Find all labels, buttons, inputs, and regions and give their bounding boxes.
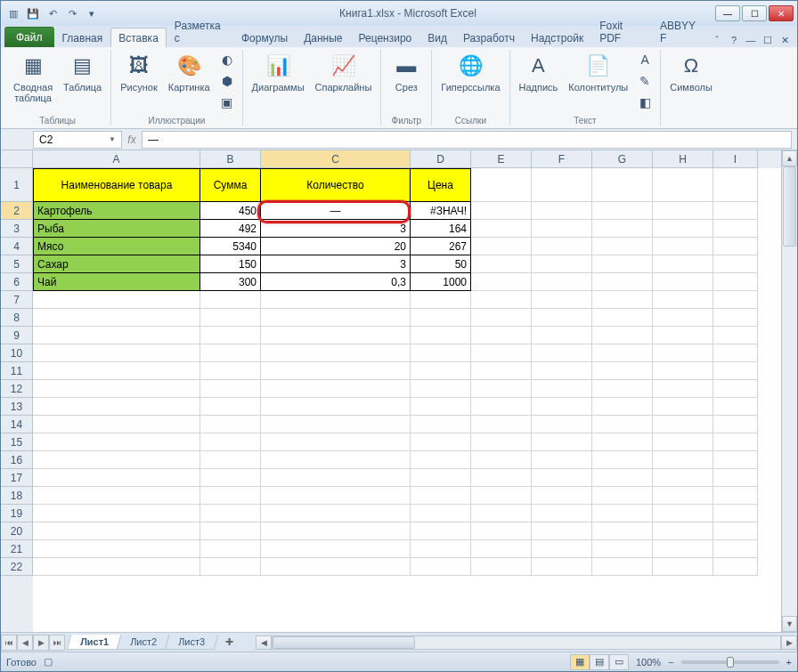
- cell-H4[interactable]: [653, 238, 713, 255]
- cell-C16[interactable]: [261, 451, 411, 469]
- cell-D9[interactable]: [411, 327, 471, 344]
- cell-D13[interactable]: [411, 398, 471, 416]
- row-header-15[interactable]: 15: [1, 433, 33, 451]
- cell-D10[interactable]: [411, 344, 471, 362]
- sheet-tab-3[interactable]: Лист3: [165, 635, 219, 650]
- cell-A7[interactable]: [33, 291, 200, 309]
- cell-A1[interactable]: Наименование товара: [33, 168, 200, 202]
- cell-I4[interactable]: [713, 238, 758, 255]
- cell-E2[interactable]: [471, 202, 532, 220]
- cell-C11[interactable]: [261, 362, 411, 380]
- cell-G10[interactable]: [592, 344, 653, 362]
- view-normal[interactable]: ▦: [570, 654, 590, 670]
- cell-F1[interactable]: [532, 168, 592, 202]
- cell-E17[interactable]: [471, 469, 532, 487]
- row-header-21[interactable]: 21: [1, 540, 33, 558]
- zoom-knob[interactable]: [727, 657, 734, 668]
- zoom-percent[interactable]: 100%: [636, 657, 661, 668]
- cell-H3[interactable]: [653, 220, 713, 238]
- cell-A10[interactable]: [33, 344, 200, 362]
- cell-A15[interactable]: [33, 433, 200, 451]
- cell-F21[interactable]: [532, 540, 592, 558]
- save-icon[interactable]: 💾: [24, 4, 42, 22]
- cell-A13[interactable]: [33, 398, 200, 416]
- cell-G4[interactable]: [592, 238, 653, 255]
- cell-F8[interactable]: [532, 309, 592, 327]
- cell-B11[interactable]: [200, 362, 261, 380]
- cell-A14[interactable]: [33, 416, 200, 433]
- cell-C22[interactable]: [261, 558, 411, 576]
- cell-C20[interactable]: [261, 522, 411, 540]
- cell-I19[interactable]: [713, 505, 758, 522]
- cell-C14[interactable]: [261, 416, 411, 433]
- cell-G20[interactable]: [592, 522, 653, 540]
- cell-B4[interactable]: 5340: [200, 238, 261, 255]
- cell-D6[interactable]: 1000: [411, 273, 471, 291]
- cell-G1[interactable]: [592, 168, 653, 202]
- vertical-scrollbar[interactable]: ▲ ▼: [781, 150, 797, 632]
- cell-G5[interactable]: [592, 255, 653, 273]
- column-header-A[interactable]: A: [33, 150, 200, 168]
- cell-I17[interactable]: [713, 469, 758, 487]
- cell-H1[interactable]: [653, 168, 713, 202]
- cell-H7[interactable]: [653, 291, 713, 309]
- cell-H9[interactable]: [653, 327, 713, 344]
- cell-A16[interactable]: [33, 451, 200, 469]
- cell-G9[interactable]: [592, 327, 653, 344]
- name-box[interactable]: C2 ▼: [33, 131, 122, 149]
- cell-F14[interactable]: [532, 416, 592, 433]
- cell-D22[interactable]: [411, 558, 471, 576]
- cell-G18[interactable]: [592, 487, 653, 505]
- cell-I14[interactable]: [713, 416, 758, 433]
- cell-C17[interactable]: [261, 469, 411, 487]
- cell-A4[interactable]: Мясо: [33, 238, 200, 255]
- row-header-1[interactable]: 1: [1, 168, 33, 202]
- cell-I5[interactable]: [713, 255, 758, 273]
- cell-F7[interactable]: [532, 291, 592, 309]
- cell-D16[interactable]: [411, 451, 471, 469]
- row-header-18[interactable]: 18: [1, 487, 33, 505]
- vscroll-thumb[interactable]: [783, 166, 796, 247]
- cell-E3[interactable]: [471, 220, 532, 238]
- cell-H11[interactable]: [653, 362, 713, 380]
- cell-E8[interactable]: [471, 309, 532, 327]
- cell-D21[interactable]: [411, 540, 471, 558]
- table-button[interactable]: ▤ Таблица: [60, 50, 105, 94]
- cell-F2[interactable]: [532, 202, 592, 220]
- hyperlink-button[interactable]: 🌐 Гиперссылка: [437, 50, 503, 94]
- cell-G14[interactable]: [592, 416, 653, 433]
- hscroll-track[interactable]: [272, 636, 781, 650]
- tab-layout[interactable]: Разметка с: [167, 15, 233, 47]
- cell-E5[interactable]: [471, 255, 532, 273]
- cell-D5[interactable]: 50: [411, 255, 471, 273]
- cell-E4[interactable]: [471, 238, 532, 255]
- column-header-C[interactable]: C: [261, 150, 411, 168]
- cell-A6[interactable]: Чай: [33, 273, 200, 291]
- cell-C21[interactable]: [261, 540, 411, 558]
- cell-D7[interactable]: [411, 291, 471, 309]
- cell-G19[interactable]: [592, 505, 653, 522]
- cell-D18[interactable]: [411, 487, 471, 505]
- cell-A19[interactable]: [33, 505, 200, 522]
- tab-addins[interactable]: Надстройк: [523, 28, 591, 47]
- cell-E11[interactable]: [471, 362, 532, 380]
- cell-D12[interactable]: [411, 380, 471, 398]
- cell-A3[interactable]: Рыба: [33, 220, 200, 238]
- qat-more-icon[interactable]: ▾: [83, 4, 101, 22]
- cell-H10[interactable]: [653, 344, 713, 362]
- cell-I10[interactable]: [713, 344, 758, 362]
- cell-C8[interactable]: [261, 309, 411, 327]
- cell-E6[interactable]: [471, 273, 532, 291]
- cell-F20[interactable]: [532, 522, 592, 540]
- cell-grid[interactable]: Наименование товараСуммаКоличествоЦенаКа…: [33, 168, 781, 632]
- cell-I2[interactable]: [713, 202, 758, 220]
- cell-B22[interactable]: [200, 558, 261, 576]
- cell-E16[interactable]: [471, 451, 532, 469]
- scroll-down-button[interactable]: ▼: [782, 616, 797, 632]
- formula-input[interactable]: —: [142, 131, 792, 149]
- tab-abbyy[interactable]: ABBYY F: [652, 15, 710, 47]
- cell-I20[interactable]: [713, 522, 758, 540]
- fx-button[interactable]: fx: [122, 131, 142, 149]
- tab-developer[interactable]: Разработч: [455, 28, 523, 47]
- cell-C12[interactable]: [261, 380, 411, 398]
